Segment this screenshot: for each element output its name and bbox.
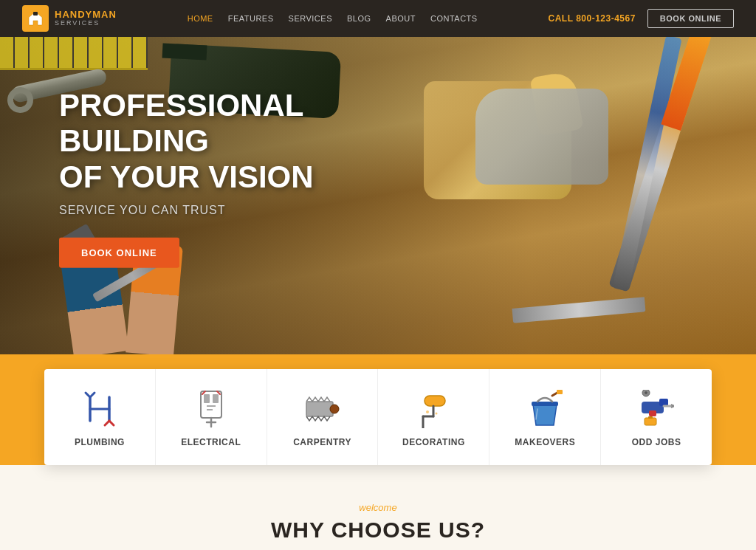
nav-blog[interactable]: BLOG — [347, 14, 371, 23]
why-title: WHY CHOOSE US? — [0, 518, 756, 543]
svg-rect-10 — [213, 394, 219, 403]
svg-rect-38 — [645, 418, 656, 425]
svg-rect-27 — [557, 390, 563, 394]
makeovers-icon — [526, 390, 564, 428]
nav-services[interactable]: SERVICES — [289, 14, 332, 23]
oddjobs-icon — [637, 390, 676, 428]
oddjobs-label: ODD JOBS — [632, 437, 681, 447]
svg-rect-18 — [330, 405, 339, 413]
electrical-label: ELECTRICAL — [181, 437, 241, 447]
main-nav: HOME FEATURES SERVICES BLOG ABOUT CONTAC… — [188, 14, 478, 23]
book-online-button-header[interactable]: BOOK ONLINE — [647, 9, 734, 28]
svg-rect-31 — [649, 410, 656, 416]
svg-rect-25 — [532, 402, 558, 406]
service-item-electrical[interactable]: ELECTRICAL — [156, 369, 267, 465]
carpentry-label: CARPENTRY — [293, 437, 351, 447]
hero-subtitle: SERVICE YOU CAN TRUST — [59, 204, 428, 217]
logo-icon — [22, 5, 49, 32]
svg-line-6 — [109, 421, 114, 425]
svg-rect-17 — [306, 402, 333, 416]
hero-section: PROFESSIONAL BUILDING OF YOUR VISION SER… — [0, 37, 756, 354]
services-strip: PLUMBING ELECTRICAL — [0, 354, 756, 465]
service-item-oddjobs[interactable]: ODD JOBS — [601, 369, 712, 465]
why-section: welcome WHY CHOOSE US? — [0, 465, 756, 550]
nav-contacts[interactable]: CONTACTS — [430, 14, 478, 23]
carpentry-icon — [303, 390, 342, 428]
svg-rect-39 — [648, 416, 653, 419]
header-right: CALL 800-123-4567 BOOK ONLINE — [549, 9, 734, 28]
logo-brand: HANDYMAN — [55, 10, 117, 20]
svg-rect-9 — [204, 394, 210, 403]
decorating-icon — [414, 390, 453, 428]
svg-line-4 — [90, 393, 94, 397]
call-info: CALL 800-123-4567 — [549, 13, 636, 24]
service-item-plumbing[interactable]: PLUMBING — [44, 369, 156, 465]
phone-number: 800-123-4567 — [576, 13, 636, 24]
service-item-carpentry[interactable]: CARPENTRY — [267, 369, 379, 465]
logo-text: HANDYMAN SERVICES — [55, 10, 117, 27]
logo[interactable]: HANDYMAN SERVICES — [22, 5, 117, 32]
nav-home[interactable]: HOME — [188, 14, 213, 23]
plumbing-icon — [80, 390, 119, 428]
nav-features[interactable]: FEATURES — [228, 14, 274, 23]
electrical-icon — [192, 390, 230, 428]
makeovers-label: MAKEOVERS — [515, 437, 575, 447]
hero-title: PROFESSIONAL BUILDING OF YOUR VISION — [59, 88, 428, 195]
svg-point-24 — [436, 413, 438, 415]
call-label: CALL — [549, 13, 574, 24]
decorating-label: DECORATING — [402, 437, 465, 447]
main-header: HANDYMAN SERVICES HOME FEATURES SERVICES… — [0, 0, 756, 37]
svg-point-23 — [426, 410, 429, 413]
service-item-makeovers[interactable]: MAKEOVERS — [489, 369, 601, 465]
plumbing-label: PLUMBING — [75, 437, 125, 447]
service-item-decorating[interactable]: DECORATING — [378, 369, 489, 465]
svg-rect-0 — [33, 12, 38, 16]
services-card: PLUMBING ELECTRICAL — [44, 369, 712, 465]
logo-tagline: SERVICES — [55, 20, 117, 27]
nav-about[interactable]: ABOUT — [386, 14, 416, 23]
why-welcome: welcome — [0, 502, 756, 513]
svg-rect-19 — [425, 396, 445, 406]
book-online-button-hero[interactable]: BOOK ONLINE — [59, 238, 179, 268]
hero-content: PROFESSIONAL BUILDING OF YOUR VISION SER… — [59, 88, 428, 268]
